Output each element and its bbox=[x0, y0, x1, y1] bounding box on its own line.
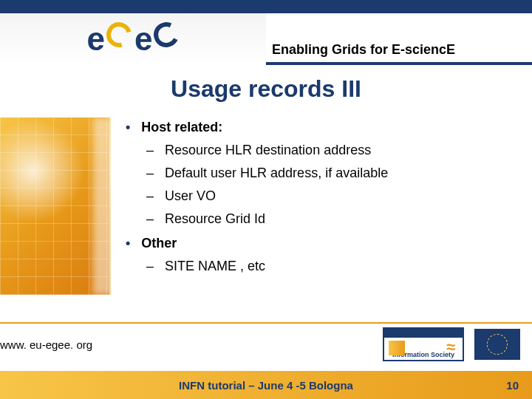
bullet-label: Host related: bbox=[141, 120, 222, 134]
slide-header: e e Enabling Grids for E-sciencE bbox=[0, 13, 532, 65]
dash-marker: – bbox=[146, 188, 154, 203]
eu-flag-icon bbox=[474, 329, 520, 360]
slide-body: • Host related: – Resource HLR destinati… bbox=[0, 117, 532, 276]
footer-strip: www. eu-egee. org Information Society bbox=[0, 322, 532, 365]
bullet-text: Resource Grid Id bbox=[165, 211, 265, 226]
bullet-text: User VO bbox=[165, 188, 216, 203]
bullet-marker: • bbox=[126, 120, 130, 134]
logo-cell: e e bbox=[0, 13, 266, 65]
logo-ring-gold bbox=[102, 18, 136, 52]
bullet-level1: • Host related: bbox=[126, 117, 532, 137]
page-number: 10 bbox=[506, 379, 519, 392]
egee-logo: e e bbox=[87, 23, 180, 55]
footer-url: www. eu-egee. org bbox=[0, 338, 92, 351]
dash-marker: – bbox=[146, 166, 154, 180]
logo-ring-blue bbox=[151, 18, 183, 51]
bullet-text: Default user HLR address, if available bbox=[165, 166, 388, 180]
information-society-logo: Information Society bbox=[383, 327, 464, 361]
dash-marker: – bbox=[146, 143, 154, 157]
logo-letter-e2: e bbox=[134, 23, 151, 55]
bullet-label: Other bbox=[141, 236, 177, 250]
bullet-text: SITE NAME , etc bbox=[165, 259, 265, 273]
eu-stars-ring bbox=[487, 334, 508, 355]
dash-marker: – bbox=[146, 211, 154, 226]
bullet-level2: – Resource Grid Id bbox=[146, 209, 532, 229]
footer-logos: Information Society bbox=[383, 327, 520, 361]
tagline-text: Enabling Grids for E-sciencE bbox=[272, 42, 455, 58]
bullet-marker: • bbox=[126, 236, 130, 250]
bottom-bar: INFN tutorial – June 4 -5 Bologna 10 bbox=[0, 371, 532, 399]
bullet-level2: – Default user HLR address, if available bbox=[146, 163, 532, 183]
bullet-level1: • Other bbox=[126, 233, 532, 253]
logo-letter-e1: e bbox=[87, 23, 103, 55]
bullet-level2: – Resource HLR destination address bbox=[146, 140, 532, 160]
decorative-sidebar-image bbox=[0, 117, 111, 295]
bullet-list: • Host related: – Resource HLR destinati… bbox=[126, 117, 532, 276]
dash-marker: – bbox=[146, 259, 154, 273]
bullet-text: Resource HLR destination address bbox=[165, 143, 371, 157]
information-society-label: Information Society bbox=[392, 351, 454, 358]
top-accent-bar bbox=[0, 0, 532, 13]
tagline-cell: Enabling Grids for E-sciencE bbox=[266, 13, 532, 65]
footer-caption: INFN tutorial – June 4 -5 Bologna bbox=[179, 379, 353, 392]
bullet-level2: – SITE NAME , etc bbox=[146, 256, 532, 276]
bullet-level2: – User VO bbox=[146, 186, 532, 206]
slide-title: Usage records III bbox=[0, 75, 532, 103]
